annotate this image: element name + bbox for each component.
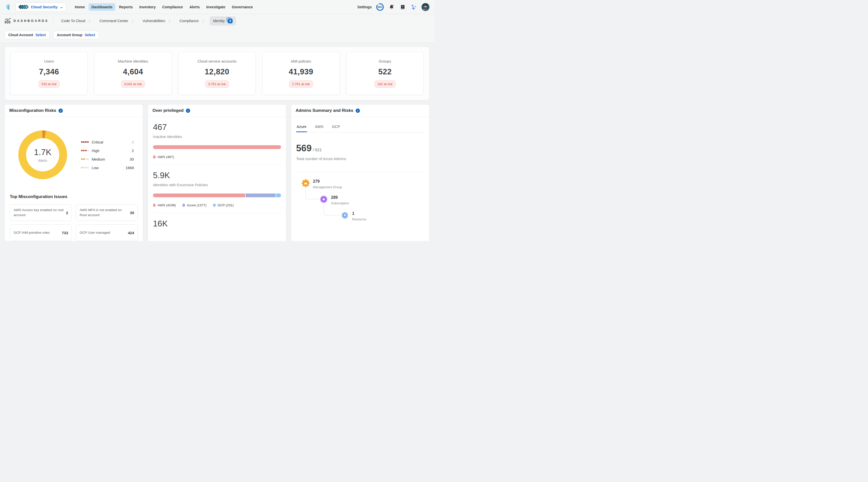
nav-item-reports[interactable]: Reports — [116, 3, 135, 11]
issue-count: 424 — [128, 231, 134, 235]
nav-item-home[interactable]: Home — [72, 3, 88, 11]
tree-node-subscription[interactable]: 289 Subscription — [320, 195, 349, 205]
stat-card-title: Groups — [379, 59, 391, 63]
stat-card-value: 522 — [378, 67, 392, 77]
section-label: Identities with Excessive Policies — [153, 183, 281, 187]
legend-item: AWS (4249) — [153, 203, 176, 207]
stat-card-risk-badge[interactable]: 3,752 at risk — [205, 81, 229, 88]
nav-item-inventory[interactable]: Inventory — [136, 3, 158, 11]
tree-connector — [323, 205, 341, 215]
dashboard-tab-label: Command Center — [99, 19, 128, 23]
stat-card-title: Machine identities — [118, 59, 148, 63]
product-switcher-icon — [19, 5, 27, 8]
stat-card-risk-badge[interactable]: 4,042 at risk — [121, 81, 145, 88]
severity-level-dots — [81, 141, 90, 143]
dashboard-tab-badge: 3 — [228, 19, 232, 23]
kebab-menu-icon[interactable]: ⋮ — [131, 19, 135, 23]
section-value: 467 — [153, 122, 281, 132]
alerts-donut-section: 1.7K Alerts Critical0High2Medium30Low166… — [10, 130, 138, 179]
stat-card-groups: Groups522162 at risk — [346, 52, 424, 95]
stat-card-risk-badge[interactable]: 533 at risk — [38, 81, 60, 88]
severity-legend-row[interactable]: High2 — [81, 149, 134, 153]
help-guide-icon[interactable]: ? — [399, 4, 406, 10]
tree-node-value: 289 — [331, 195, 349, 200]
kebab-menu-icon[interactable]: ⋮ — [167, 19, 171, 23]
chevron-down-icon: ⌄ — [60, 5, 63, 9]
over-privileged-section: 5.9KIdentities with Excessive PoliciesAW… — [153, 165, 281, 213]
filter-select-link[interactable]: Select — [35, 33, 46, 37]
severity-label: High — [92, 149, 132, 153]
severity-dot — [85, 141, 87, 143]
main-nav: HomeDashboardsReportsInventoryCompliance… — [72, 3, 354, 11]
misconfiguration-issue-tile[interactable]: GCP IAM primitive roles733 — [10, 224, 72, 241]
filter-account-group: Account GroupSelect — [53, 31, 99, 39]
filter-label: Cloud Account — [8, 33, 33, 37]
stacked-bar-chart[interactable] — [153, 193, 281, 197]
severity-legend-row[interactable]: Critical0 — [81, 140, 134, 144]
azure-scope-tree: 279 Management Group 289 S — [296, 175, 424, 235]
badge-count: 3 — [228, 19, 232, 23]
severity-legend-row[interactable]: Low1668 — [81, 165, 134, 170]
provider-tab-aws[interactable]: AWS — [314, 122, 324, 132]
donut-center-value: 1.7K — [34, 147, 52, 157]
bar-segment-gcp — [276, 193, 281, 197]
severity-count: 2 — [132, 149, 134, 153]
legend-item: AWS (467) — [153, 155, 174, 159]
nav-item-alerts[interactable]: Alerts — [187, 3, 203, 11]
tree-node-resource[interactable]: 1 Resource — [341, 211, 366, 221]
kebab-menu-icon[interactable]: ⋮ — [201, 19, 205, 23]
tree-node-label: Resource — [352, 217, 366, 221]
ai-copilot-sparkles-icon[interactable] — [410, 4, 417, 10]
misconfiguration-issue-tile[interactable]: AWS Access key enabled on root account2 — [10, 204, 72, 221]
legend-item: Azure (1377) — [182, 203, 207, 207]
panel-misconfiguration-risks: Misconfiguration Risks i 1.7K Alerts Cri… — [4, 104, 143, 241]
stat-card-risk-badge[interactable]: 2,791 at risk — [289, 81, 313, 88]
nav-item-governance[interactable]: Governance — [229, 3, 256, 11]
settings-link[interactable]: Settings — [358, 5, 372, 9]
stat-card-value: 7,346 — [39, 67, 59, 77]
provider-tab-azure[interactable]: Azure — [296, 122, 307, 132]
session-progress-ring[interactable]: 90% — [376, 3, 384, 11]
severity-dot — [87, 141, 89, 143]
dashboard-tab-command-center[interactable]: Command Center⋮ — [96, 17, 137, 25]
management-group-icon — [302, 179, 310, 187]
legend-item: GCP (231) — [213, 203, 234, 207]
provider-tab-gcp[interactable]: GCP — [332, 122, 341, 132]
stat-card-risk-badge[interactable]: 162 at risk — [374, 81, 396, 88]
info-icon[interactable]: i — [59, 109, 63, 113]
dashboard-tab-code-to-cloud[interactable]: Code To Cloud⋮ — [58, 17, 95, 25]
kebab-menu-icon[interactable]: ⋮ — [88, 19, 91, 23]
severity-legend-row[interactable]: Medium30 — [81, 157, 134, 161]
nav-item-compliance[interactable]: Compliance — [159, 3, 186, 11]
nav-item-dashboards[interactable]: Dashboards — [89, 3, 115, 11]
stat-card-title: Cloud service accounts — [197, 59, 236, 63]
tree-node-label: Subscription — [331, 201, 349, 205]
notifications-bell-icon[interactable] — [388, 4, 395, 10]
stacked-bar-chart[interactable] — [153, 145, 281, 149]
info-icon[interactable]: i — [355, 109, 360, 113]
info-icon[interactable]: i — [186, 109, 190, 113]
dashboard-tab-vulnerabilities[interactable]: Vulnerabilities⋮ — [140, 17, 175, 25]
alerts-donut-chart[interactable]: 1.7K Alerts — [18, 130, 67, 179]
dashboards-bar: DASHBOARDS Code To Cloud⋮Command Center⋮… — [0, 14, 434, 28]
user-avatar[interactable] — [422, 3, 430, 11]
top-bar: Cloud Security ⌄ HomeDashboardsReportsIn… — [0, 0, 434, 14]
product-switcher[interactable]: Cloud Security ⌄ — [16, 2, 66, 11]
tree-node-management-group[interactable]: 279 Management Group — [302, 179, 342, 189]
app-logo-icon[interactable] — [4, 3, 12, 11]
identity-stats-container: Users7,346533 at riskMachine identities4… — [4, 47, 430, 100]
section-value: 16K — [153, 219, 281, 229]
admins-total: / 621 — [313, 148, 322, 152]
misconfiguration-issue-tile[interactable]: GCP User managed424 — [76, 224, 138, 241]
dashboard-tab-label: Code To Cloud — [61, 19, 85, 23]
nav-item-investigate[interactable]: Investigate — [204, 3, 228, 11]
session-progress-value: 90% — [378, 6, 382, 8]
misconfiguration-issue-tile[interactable]: AWS MFA is not enabled on Root account30 — [76, 204, 138, 221]
dashboard-tab-identity[interactable]: Identity3 — [210, 16, 236, 26]
filter-select-link[interactable]: Select — [85, 33, 95, 37]
issues-section-title: Top Misconfiguration Issues — [10, 194, 138, 199]
severity-dot — [83, 167, 85, 169]
dashboard-tab-compliance[interactable]: Compliance⋮ — [176, 17, 208, 25]
tree-node-value: 279 — [313, 179, 342, 184]
issue-count: 733 — [62, 231, 68, 235]
